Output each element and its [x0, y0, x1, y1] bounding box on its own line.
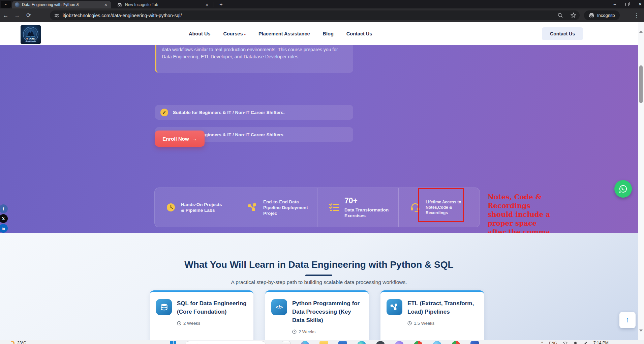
annotation-line: Recordings: [488, 201, 565, 210]
browser-titlebar: ⌄ Data Engineering with Python & ✕ New I…: [0, 0, 644, 8]
address-bar[interactable]: itjobztechnologies.com/data-engineering-…: [50, 10, 580, 20]
incognito-icon: [117, 3, 122, 7]
app-chrome-n-icon[interactable]: N: [414, 341, 423, 344]
app-briefcase-icon[interactable]: [338, 341, 347, 344]
close-tab-icon[interactable]: ✕: [204, 3, 210, 7]
minimize-button[interactable]: –: [614, 2, 616, 7]
main-nav: About Us Courses▾ Placement Assistance B…: [189, 22, 372, 45]
scrollbar-down-arrow[interactable]: [639, 329, 643, 332]
linkedin-icon[interactable]: in: [0, 224, 8, 233]
nav-courses[interactable]: Courses▾: [223, 31, 246, 36]
nav-contact-us[interactable]: Contact Us: [346, 31, 372, 36]
stat-text: End-to-End Data Pipeline Deployment Proj…: [263, 199, 312, 216]
language-indicator[interactable]: ENG: [549, 341, 557, 344]
course-card-python[interactable]: </> Python Programming for Data Processi…: [265, 290, 369, 340]
close-tab-icon[interactable]: ✕: [103, 3, 109, 7]
database-icon: [156, 299, 172, 315]
x-twitter-icon[interactable]: X: [0, 214, 8, 223]
chevron-down-icon: ▾: [244, 33, 246, 36]
scrollbar-thumb[interactable]: [639, 65, 643, 103]
contact-us-button[interactable]: Contact Us: [542, 27, 583, 40]
clock-icon: [407, 321, 412, 325]
app-photos-icon[interactable]: [470, 341, 479, 344]
course-card-sql[interactable]: SQL for Data Engineering (Core Foundatio…: [150, 290, 253, 340]
app-copilot-icon[interactable]: [301, 341, 309, 344]
stat-text: Hands-On Projects & Pipeline Labs: [181, 202, 226, 213]
tab-active[interactable]: Data Engineering with Python & ✕: [12, 1, 111, 8]
nav-blog[interactable]: Blog: [323, 31, 334, 36]
taskbar-search-box[interactable]: Search: [185, 341, 266, 344]
tab-incognito[interactable]: New Incognito Tab ✕: [115, 1, 212, 8]
screen: ⌄ Data Engineering with Python & ✕ New I…: [0, 0, 644, 344]
pen-icon[interactable]: [584, 341, 587, 344]
nav-about-us[interactable]: About Us: [189, 31, 210, 36]
site-favicon: [15, 2, 20, 7]
site-settings-icon[interactable]: [54, 13, 59, 18]
clock-icon: [292, 329, 297, 334]
stat-text: Data Transformation Exercises: [344, 207, 396, 219]
browser-menu-button[interactable]: ⋮: [633, 10, 641, 20]
whatsapp-icon: [618, 184, 628, 194]
search-icon[interactable]: [557, 12, 563, 18]
card-title: Python Programming for Data Processing (…: [292, 299, 363, 324]
card-duration: 2 Weeks: [177, 321, 247, 326]
scroll-to-top-button[interactable]: ↑: [619, 312, 636, 328]
incognito-badge: Incognito: [584, 10, 620, 20]
app-chrome-r-icon[interactable]: R: [452, 341, 460, 344]
new-tab-button[interactable]: +: [217, 1, 225, 8]
speaker-icon[interactable]: [574, 341, 578, 344]
card-duration: 2 Weeks: [292, 329, 363, 334]
clock-label[interactable]: 7:14 PM: [593, 341, 609, 344]
bookmark-star-icon[interactable]: [571, 12, 576, 18]
tab-search-button[interactable]: ⌄: [1, 1, 11, 8]
annotation-line: Notes, Code &: [488, 193, 565, 201]
clock-icon: [166, 203, 176, 212]
enroll-now-button[interactable]: Enroll Now →: [155, 131, 205, 147]
close-window-button[interactable]: ✕: [638, 2, 642, 7]
description-line: Data Engineering, ETL Developer, and Dat…: [162, 53, 347, 60]
window-controls: – ✕: [614, 0, 642, 8]
course-card-etl[interactable]: ETL (Extract, Transform, Load) Pipelines…: [380, 290, 484, 340]
check-icon: ✓: [160, 109, 168, 116]
start-button[interactable]: [170, 341, 176, 344]
taskbar-weather-widget[interactable]: 23°C: [10, 341, 26, 344]
check-item: ✓ Suitable for Beginners & IT / Non-IT C…: [155, 105, 353, 120]
checklist-icon: [329, 203, 339, 212]
stat-exercises: 70+ Data Transformation Exercises: [317, 188, 398, 227]
check-text: Suitable for Beginners & IT / Non-IT Car…: [173, 110, 285, 115]
system-tray: ^ ENG 7:14 PM: [541, 341, 609, 344]
app-edge-icon[interactable]: [357, 341, 366, 344]
moon-icon: [10, 341, 14, 344]
incognito-icon: [589, 13, 594, 18]
temperature-label: 23°C: [17, 341, 26, 344]
stat-number: 70+: [344, 196, 396, 205]
app-github-icon[interactable]: [376, 341, 385, 344]
forward-button[interactable]: →: [11, 12, 23, 19]
whatsapp-button[interactable]: [614, 180, 632, 198]
app-notepad-icon[interactable]: [282, 341, 290, 344]
app-file-explorer-icon[interactable]: [319, 341, 328, 344]
back-button[interactable]: ←: [0, 12, 11, 19]
restore-button[interactable]: [625, 3, 629, 6]
scrollbar-up-arrow[interactable]: [639, 30, 643, 33]
incognito-label: Incognito: [597, 13, 615, 18]
hidden-icons-chevron[interactable]: ^: [541, 341, 543, 344]
learn-section: What You Will Learn in Data Engineering …: [0, 233, 638, 340]
nav-placement-assistance[interactable]: Placement Assistance: [258, 31, 310, 36]
url-text[interactable]: itjobztechnologies.com/data-engineering-…: [63, 13, 182, 18]
card-title: ETL (Extract, Transform, Load) Pipelines: [407, 299, 478, 316]
taskbar-app-icons: ✓ N R: [282, 341, 479, 344]
app-drop-icon[interactable]: [433, 341, 441, 344]
clock-icon: [177, 321, 181, 325]
site-logo[interactable]: IT JOBZ TECHNOLOGIES: [21, 25, 41, 44]
reload-button[interactable]: ⟳: [23, 12, 34, 19]
section-title: What You Will Learn in Data Engineering …: [0, 259, 638, 270]
card-duration: 1.5 Weeks: [407, 321, 478, 326]
svg-text:TECHNOLOGIES: TECHNOLOGIES: [25, 40, 36, 42]
course-description-card: data workflows similar to real productio…: [155, 45, 353, 73]
facebook-icon[interactable]: f: [0, 204, 8, 213]
page-scrollbar[interactable]: [638, 22, 644, 340]
annotation-line: proper space: [488, 219, 565, 228]
app-todo-icon[interactable]: ✓: [395, 341, 404, 344]
wifi-icon[interactable]: [563, 341, 568, 344]
